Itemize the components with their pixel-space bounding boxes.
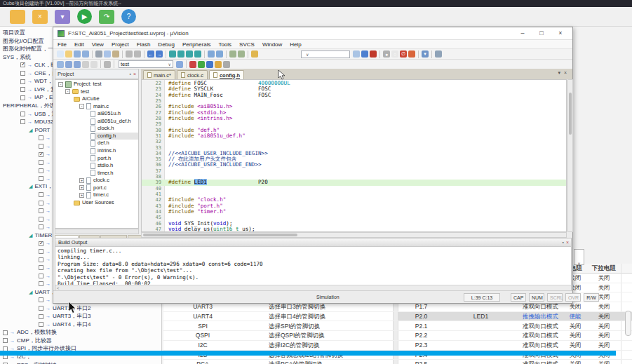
expand-box-icon[interactable]: - — [58, 82, 63, 87]
bookmark-clear-icon[interactable] — [194, 50, 201, 58]
minimize-button[interactable]: – — [515, 29, 530, 39]
code-line[interactable]: 37 — [142, 168, 567, 174]
item-checkbox[interactable] — [3, 338, 8, 343]
item-checkbox[interactable] — [39, 322, 43, 327]
indent-right-icon[interactable] — [216, 50, 223, 58]
item-checkbox[interactable] — [3, 330, 8, 335]
navigate-back-icon[interactable]: ← — [147, 50, 154, 58]
table-row[interactable]: QSPI选择QSPI的管脚切换P2.2准双向口模式关闭关闭 — [163, 331, 632, 341]
build-output-hscrollbar[interactable]: < — [55, 285, 571, 290]
flag-gray-icon[interactable] — [223, 61, 230, 68]
tree-item[interactable]: User Sources — [74, 199, 138, 207]
item-checkbox[interactable] — [39, 160, 43, 165]
project-panel-header[interactable]: Project ▪ × — [55, 69, 139, 79]
sidebar-item[interactable]: PERIPHERAL，外设 — [3, 102, 55, 110]
mode-dropdown[interactable]: ∨ — [574, 249, 584, 265]
download-icon[interactable] — [104, 61, 111, 68]
tree-item[interactable]: stdio.h — [90, 162, 138, 170]
menu-file[interactable]: File — [58, 41, 67, 48]
tree-item[interactable]: clock.h — [90, 125, 138, 133]
item-checkbox[interactable] — [39, 306, 43, 311]
save-all-icon[interactable] — [82, 50, 89, 58]
indent-left-icon[interactable] — [208, 50, 215, 58]
code-line[interactable]: 40 — [142, 186, 567, 191]
tree-item[interactable]: ai8051u_def.h — [90, 118, 138, 126]
table-row[interactable]: UART4选择串口4的管脚切换P2.0LED1推挽输出模式使能关闭 — [163, 312, 632, 322]
item-checkbox[interactable] — [20, 87, 25, 92]
debug-session-icon[interactable] — [189, 61, 196, 68]
properties-icon[interactable] — [251, 50, 258, 58]
sidebar-item[interactable]: →UART4，串口4 — [39, 321, 91, 329]
generate-run-icon[interactable]: ▶ — [77, 9, 92, 24]
flame-icon[interactable] — [408, 50, 415, 58]
batch-build-icon[interactable] — [82, 61, 89, 68]
panel-close-icon[interactable]: × — [133, 72, 136, 76]
table-row[interactable]: PCA选择PCA的管脚切换P2.5准双向口模式关闭关闭 — [163, 360, 632, 364]
sidebar-item[interactable]: →RTC，实时时钟 — [3, 361, 56, 364]
item-checkbox[interactable] — [20, 112, 25, 116]
item-checkbox[interactable] — [39, 168, 43, 173]
tree-item[interactable]: config.h — [90, 133, 138, 140]
editor-vscrollbar[interactable] — [567, 79, 573, 232]
menu-flash[interactable]: Flash — [137, 41, 151, 48]
target-select-combo[interactable]: test∨ — [119, 60, 173, 68]
annotate-icon[interactable] — [361, 50, 368, 58]
new-project-icon[interactable] — [10, 10, 25, 24]
kill-breakpoints-icon[interactable]: ∅ — [400, 50, 407, 58]
pin-icon[interactable]: ▪ — [562, 238, 563, 246]
item-checkbox[interactable] — [39, 265, 43, 270]
bookmark-prev-icon[interactable] — [177, 50, 184, 58]
breakpoint-flag-icon[interactable] — [198, 61, 205, 68]
find-in-files-icon[interactable] — [353, 50, 360, 58]
item-checkbox[interactable] — [39, 176, 43, 181]
gray-dot-icon[interactable]: ● — [383, 50, 390, 58]
item-checkbox[interactable] — [39, 314, 43, 319]
panel-close-icon[interactable]: × — [566, 238, 569, 246]
item-checkbox[interactable] — [39, 224, 43, 229]
configure-tools-icon[interactable] — [435, 50, 442, 58]
window-layout-icon[interactable]: ▾ — [422, 50, 429, 58]
sidebar-item[interactable]: →UART2，串口2 — [39, 304, 91, 313]
pin-icon[interactable]: ▪ — [129, 72, 130, 76]
expand-box-icon[interactable]: - — [79, 104, 84, 109]
build-icon[interactable] — [65, 61, 72, 68]
search-combo[interactable]: ∨ — [301, 50, 350, 58]
item-checkbox[interactable] — [39, 152, 43, 157]
item-checkbox[interactable] — [39, 241, 43, 246]
flag-yellow-icon[interactable] — [215, 61, 222, 68]
white-dot-icon[interactable]: ○ — [391, 50, 398, 58]
sidebar-item[interactable]: SYS，系统 — [3, 53, 31, 62]
export-code-icon[interactable]: ↷ — [99, 10, 114, 24]
expand-box-icon[interactable]: + — [79, 193, 84, 198]
new-file-icon[interactable] — [57, 50, 64, 58]
table-scrollbar-thumb[interactable] — [625, 311, 631, 336]
menu-edit[interactable]: Edit — [74, 41, 84, 48]
editor-tab-configh[interactable]: config.h — [209, 70, 244, 79]
code-line[interactable]: 28#include <intrins.h> — [142, 116, 567, 121]
project-tree-hscrollbar[interactable] — [55, 229, 139, 234]
menu-debug[interactable]: Debug — [158, 41, 175, 48]
flag-blue-icon[interactable] — [206, 61, 213, 68]
tree-item[interactable]: -Project: test — [58, 81, 138, 88]
item-checkbox[interactable] — [39, 217, 43, 222]
editor-hscrollbar[interactable] — [141, 232, 567, 238]
code-line[interactable]: 24#define MAIN_Fosc FOSC — [142, 93, 567, 98]
menu-view[interactable]: View — [92, 41, 104, 48]
item-checkbox[interactable] — [39, 274, 43, 278]
sidebar-item[interactable]: →UART3，串口3 — [39, 312, 91, 321]
find-icon[interactable] — [370, 50, 377, 58]
code-line[interactable]: 36//<<AICUBE_USER_INCLUDE_END>> — [142, 162, 567, 168]
table-row[interactable]: I2C选择I2C的管脚切换P2.3准双向口模式关闭关闭 — [163, 341, 632, 351]
table-row[interactable]: UART3选择串口3的管脚切换P1.7准双向口模式关闭关闭 — [163, 302, 632, 312]
close-button[interactable]: × — [553, 29, 568, 39]
item-checkbox[interactable] — [20, 95, 25, 100]
sidebar-item[interactable]: →CMP，比较器 — [3, 337, 52, 345]
uncomment-icon[interactable] — [238, 50, 245, 58]
sidebar-item[interactable]: 图形化I/O口配置 — [3, 37, 44, 46]
expand-box-icon[interactable]: + — [79, 185, 84, 190]
build-output-header[interactable]: Build Output ▪ × — [55, 238, 571, 247]
tree-item[interactable]: def.h — [90, 140, 138, 147]
menu-help[interactable]: Help — [290, 41, 301, 48]
stop-build-icon[interactable] — [90, 61, 98, 68]
editor-tab-mainc[interactable]: main.c* — [143, 70, 175, 79]
